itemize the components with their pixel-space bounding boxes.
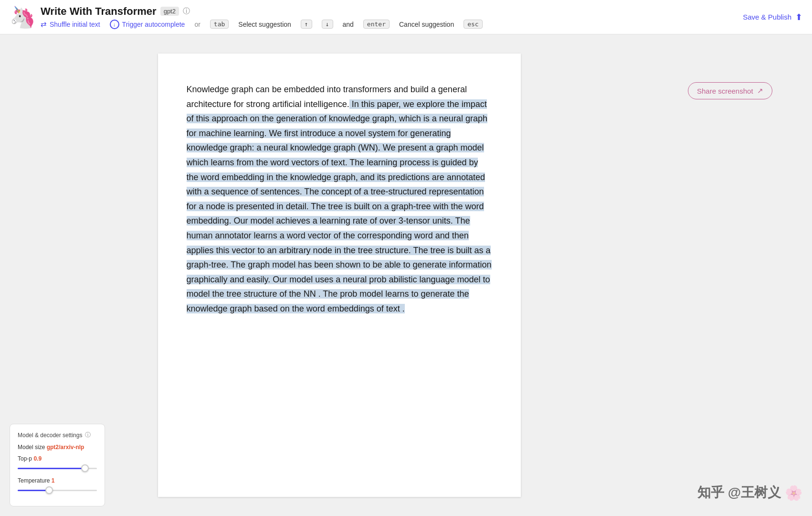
or-text: or [194, 21, 200, 28]
top-p-slider-container[interactable] [18, 464, 97, 473]
model-size-value: gpt2/arxiv-nlp [47, 444, 84, 451]
shuffle-icon: ⇄ [41, 20, 47, 29]
settings-title-row: Model & decoder settings ⓘ [18, 431, 97, 439]
up-key-badge: ↑ [301, 20, 312, 29]
header-toolbar: 🦄 Write With Transformer gpt2 ⓘ ⇄ Shuffl… [0, 0, 812, 34]
editor-text[interactable]: Knowledge graph can be embedded into tra… [187, 82, 492, 316]
select-suggestion-text: Select suggestion [238, 21, 291, 28]
top-p-setting: Top-p 0.9 [18, 455, 97, 473]
down-key-badge: ↓ [322, 20, 333, 29]
save-publish-label: Save & Publish [743, 13, 791, 21]
tab-key-badge: tab [210, 20, 229, 29]
top-p-label: Top-p 0.9 [18, 455, 97, 462]
model-badge: gpt2 [160, 7, 179, 16]
trigger-label: Trigger autocomplete [122, 21, 185, 28]
down-circle-icon: ↓ [110, 20, 119, 29]
watermark-emoji: 🌸 [785, 484, 802, 501]
esc-key-badge: esc [464, 20, 482, 29]
and-text: and [343, 21, 354, 28]
model-size-label: Model size gpt2/arxiv-nlp [18, 444, 97, 451]
settings-info-icon[interactable]: ⓘ [85, 431, 91, 439]
model-size-setting: Model size gpt2/arxiv-nlp [18, 444, 97, 451]
top-p-slider-track [18, 468, 97, 469]
trigger-autocomplete-btn[interactable]: ↓ Trigger autocomplete [110, 20, 185, 29]
editor-paper[interactable]: Knowledge graph can be embedded into tra… [158, 54, 521, 497]
top-p-slider-fill [18, 468, 85, 469]
cancel-suggestion-text: Cancel suggestion [399, 21, 454, 28]
top-p-slider-thumb[interactable] [81, 464, 89, 472]
temperature-setting: Temperature 1 [18, 477, 97, 494]
temperature-slider-container[interactable] [18, 486, 97, 494]
share-screenshot-button[interactable]: Share screenshot ↗ [688, 82, 772, 99]
top-p-value: 0.9 [33, 455, 42, 462]
logo-emoji: 🦄 [10, 7, 36, 28]
shuffle-label: Shuffle initial text [50, 21, 100, 28]
save-publish-button[interactable]: Save & Publish ⬆ [743, 12, 802, 22]
right-sidebar: Share screenshot ↗ [678, 34, 812, 516]
toolbar-actions: ⇄ Shuffle initial text ↓ Trigger autocom… [41, 20, 483, 29]
shuffle-btn[interactable]: ⇄ Shuffle initial text [41, 20, 100, 29]
watermark: 知乎 @王树义 🌸 [697, 484, 802, 502]
temperature-slider-track [18, 490, 97, 491]
app-title-group: Write With Transformer gpt2 ⓘ ⇄ Shuffle … [41, 5, 483, 29]
temperature-slider-thumb[interactable] [45, 486, 53, 494]
share-external-icon: ↗ [757, 86, 763, 95]
save-publish-icon: ⬆ [795, 12, 802, 22]
settings-panel: Model & decoder settings ⓘ Model size gp… [10, 424, 105, 506]
share-screenshot-label: Share screenshot [697, 87, 753, 95]
temperature-slider-fill [18, 490, 49, 491]
info-icon[interactable]: ⓘ [183, 7, 190, 16]
logo-area: 🦄 Write With Transformer gpt2 ⓘ ⇄ Shuffl… [10, 5, 483, 29]
text-selected-part: In this paper, we explore the impact of … [187, 99, 492, 313]
enter-key-badge: enter [363, 20, 390, 29]
main-area: Knowledge graph can be embedded into tra… [0, 34, 812, 516]
settings-title: Model & decoder settings [18, 432, 82, 439]
temperature-label: Temperature 1 [18, 477, 97, 484]
temperature-value: 1 [52, 477, 55, 484]
app-title-row: Write With Transformer gpt2 ⓘ [41, 5, 483, 18]
app-title: Write With Transformer [41, 5, 157, 18]
watermark-text: 知乎 @王树义 [697, 484, 781, 502]
